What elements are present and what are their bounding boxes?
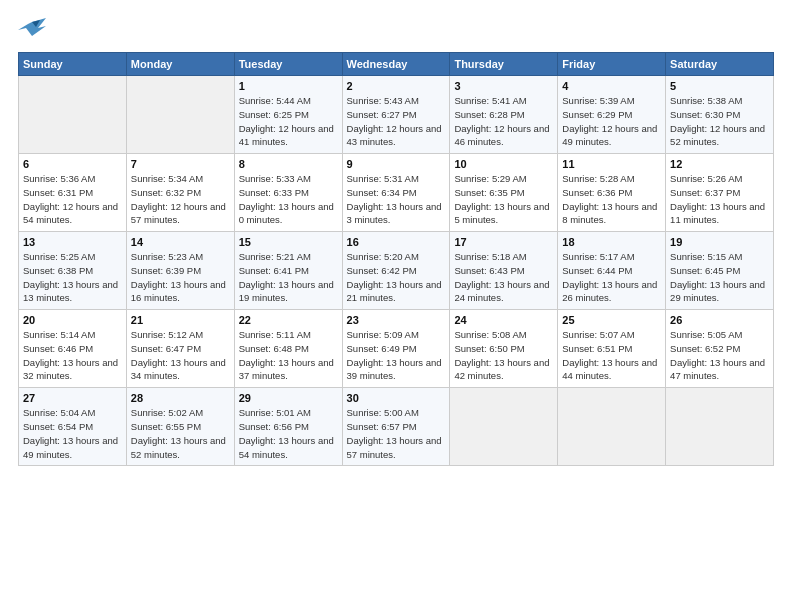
day-detail: Sunrise: 5:20 AMSunset: 6:42 PMDaylight:… <box>347 250 446 305</box>
day-number: 2 <box>347 80 446 92</box>
day-detail: Sunrise: 5:41 AMSunset: 6:28 PMDaylight:… <box>454 94 553 149</box>
day-detail: Sunrise: 5:18 AMSunset: 6:43 PMDaylight:… <box>454 250 553 305</box>
calendar-cell: 25Sunrise: 5:07 AMSunset: 6:51 PMDayligh… <box>558 310 666 388</box>
calendar-week-2: 6Sunrise: 5:36 AMSunset: 6:31 PMDaylight… <box>19 154 774 232</box>
day-detail: Sunrise: 5:38 AMSunset: 6:30 PMDaylight:… <box>670 94 769 149</box>
calendar-cell: 1Sunrise: 5:44 AMSunset: 6:25 PMDaylight… <box>234 76 342 154</box>
day-detail: Sunrise: 5:05 AMSunset: 6:52 PMDaylight:… <box>670 328 769 383</box>
day-number: 4 <box>562 80 661 92</box>
calendar-cell: 6Sunrise: 5:36 AMSunset: 6:31 PMDaylight… <box>19 154 127 232</box>
day-detail: Sunrise: 5:43 AMSunset: 6:27 PMDaylight:… <box>347 94 446 149</box>
day-detail: Sunrise: 5:28 AMSunset: 6:36 PMDaylight:… <box>562 172 661 227</box>
weekday-header-monday: Monday <box>126 53 234 76</box>
calendar-cell: 17Sunrise: 5:18 AMSunset: 6:43 PMDayligh… <box>450 232 558 310</box>
day-number: 20 <box>23 314 122 326</box>
day-number: 8 <box>239 158 338 170</box>
calendar-cell: 18Sunrise: 5:17 AMSunset: 6:44 PMDayligh… <box>558 232 666 310</box>
day-number: 14 <box>131 236 230 248</box>
day-detail: Sunrise: 5:25 AMSunset: 6:38 PMDaylight:… <box>23 250 122 305</box>
day-detail: Sunrise: 5:07 AMSunset: 6:51 PMDaylight:… <box>562 328 661 383</box>
weekday-header-saturday: Saturday <box>666 53 774 76</box>
calendar-cell: 15Sunrise: 5:21 AMSunset: 6:41 PMDayligh… <box>234 232 342 310</box>
calendar-cell <box>126 76 234 154</box>
day-number: 26 <box>670 314 769 326</box>
day-detail: Sunrise: 5:21 AMSunset: 6:41 PMDaylight:… <box>239 250 338 305</box>
calendar-cell: 4Sunrise: 5:39 AMSunset: 6:29 PMDaylight… <box>558 76 666 154</box>
calendar-cell: 13Sunrise: 5:25 AMSunset: 6:38 PMDayligh… <box>19 232 127 310</box>
day-detail: Sunrise: 5:09 AMSunset: 6:49 PMDaylight:… <box>347 328 446 383</box>
day-number: 24 <box>454 314 553 326</box>
calendar-cell: 22Sunrise: 5:11 AMSunset: 6:48 PMDayligh… <box>234 310 342 388</box>
calendar-cell: 7Sunrise: 5:34 AMSunset: 6:32 PMDaylight… <box>126 154 234 232</box>
calendar-cell: 19Sunrise: 5:15 AMSunset: 6:45 PMDayligh… <box>666 232 774 310</box>
weekday-header-thursday: Thursday <box>450 53 558 76</box>
calendar-cell: 10Sunrise: 5:29 AMSunset: 6:35 PMDayligh… <box>450 154 558 232</box>
page: SundayMondayTuesdayWednesdayThursdayFrid… <box>0 0 792 612</box>
weekday-header-wednesday: Wednesday <box>342 53 450 76</box>
calendar-cell: 24Sunrise: 5:08 AMSunset: 6:50 PMDayligh… <box>450 310 558 388</box>
day-number: 19 <box>670 236 769 248</box>
calendar-cell <box>450 388 558 466</box>
calendar-cell: 29Sunrise: 5:01 AMSunset: 6:56 PMDayligh… <box>234 388 342 466</box>
header <box>18 18 774 42</box>
day-number: 28 <box>131 392 230 404</box>
day-detail: Sunrise: 5:39 AMSunset: 6:29 PMDaylight:… <box>562 94 661 149</box>
calendar-cell: 3Sunrise: 5:41 AMSunset: 6:28 PMDaylight… <box>450 76 558 154</box>
day-detail: Sunrise: 5:15 AMSunset: 6:45 PMDaylight:… <box>670 250 769 305</box>
calendar-cell: 20Sunrise: 5:14 AMSunset: 6:46 PMDayligh… <box>19 310 127 388</box>
day-detail: Sunrise: 5:29 AMSunset: 6:35 PMDaylight:… <box>454 172 553 227</box>
calendar-week-5: 27Sunrise: 5:04 AMSunset: 6:54 PMDayligh… <box>19 388 774 466</box>
day-number: 9 <box>347 158 446 170</box>
day-number: 6 <box>23 158 122 170</box>
day-detail: Sunrise: 5:33 AMSunset: 6:33 PMDaylight:… <box>239 172 338 227</box>
day-number: 16 <box>347 236 446 248</box>
day-detail: Sunrise: 5:14 AMSunset: 6:46 PMDaylight:… <box>23 328 122 383</box>
logo-bird-icon <box>18 18 46 42</box>
day-number: 3 <box>454 80 553 92</box>
weekday-header-row: SundayMondayTuesdayWednesdayThursdayFrid… <box>19 53 774 76</box>
calendar-cell: 21Sunrise: 5:12 AMSunset: 6:47 PMDayligh… <box>126 310 234 388</box>
day-number: 18 <box>562 236 661 248</box>
calendar-cell: 28Sunrise: 5:02 AMSunset: 6:55 PMDayligh… <box>126 388 234 466</box>
calendar-cell: 16Sunrise: 5:20 AMSunset: 6:42 PMDayligh… <box>342 232 450 310</box>
calendar-week-3: 13Sunrise: 5:25 AMSunset: 6:38 PMDayligh… <box>19 232 774 310</box>
calendar-cell: 14Sunrise: 5:23 AMSunset: 6:39 PMDayligh… <box>126 232 234 310</box>
calendar-cell: 12Sunrise: 5:26 AMSunset: 6:37 PMDayligh… <box>666 154 774 232</box>
day-number: 13 <box>23 236 122 248</box>
day-number: 7 <box>131 158 230 170</box>
day-number: 23 <box>347 314 446 326</box>
day-detail: Sunrise: 5:36 AMSunset: 6:31 PMDaylight:… <box>23 172 122 227</box>
day-number: 21 <box>131 314 230 326</box>
day-detail: Sunrise: 5:04 AMSunset: 6:54 PMDaylight:… <box>23 406 122 461</box>
calendar-table: SundayMondayTuesdayWednesdayThursdayFrid… <box>18 52 774 466</box>
day-number: 29 <box>239 392 338 404</box>
weekday-header-sunday: Sunday <box>19 53 127 76</box>
day-detail: Sunrise: 5:31 AMSunset: 6:34 PMDaylight:… <box>347 172 446 227</box>
calendar-cell: 11Sunrise: 5:28 AMSunset: 6:36 PMDayligh… <box>558 154 666 232</box>
day-detail: Sunrise: 5:17 AMSunset: 6:44 PMDaylight:… <box>562 250 661 305</box>
day-detail: Sunrise: 5:26 AMSunset: 6:37 PMDaylight:… <box>670 172 769 227</box>
day-number: 10 <box>454 158 553 170</box>
day-detail: Sunrise: 5:23 AMSunset: 6:39 PMDaylight:… <box>131 250 230 305</box>
calendar-cell: 8Sunrise: 5:33 AMSunset: 6:33 PMDaylight… <box>234 154 342 232</box>
weekday-header-tuesday: Tuesday <box>234 53 342 76</box>
day-detail: Sunrise: 5:34 AMSunset: 6:32 PMDaylight:… <box>131 172 230 227</box>
calendar-cell: 26Sunrise: 5:05 AMSunset: 6:52 PMDayligh… <box>666 310 774 388</box>
day-detail: Sunrise: 5:00 AMSunset: 6:57 PMDaylight:… <box>347 406 446 461</box>
day-number: 1 <box>239 80 338 92</box>
day-detail: Sunrise: 5:08 AMSunset: 6:50 PMDaylight:… <box>454 328 553 383</box>
day-detail: Sunrise: 5:02 AMSunset: 6:55 PMDaylight:… <box>131 406 230 461</box>
day-detail: Sunrise: 5:12 AMSunset: 6:47 PMDaylight:… <box>131 328 230 383</box>
svg-marker-0 <box>18 18 46 36</box>
calendar-cell: 5Sunrise: 5:38 AMSunset: 6:30 PMDaylight… <box>666 76 774 154</box>
day-detail: Sunrise: 5:01 AMSunset: 6:56 PMDaylight:… <box>239 406 338 461</box>
calendar-cell <box>666 388 774 466</box>
calendar-cell: 23Sunrise: 5:09 AMSunset: 6:49 PMDayligh… <box>342 310 450 388</box>
calendar-cell: 9Sunrise: 5:31 AMSunset: 6:34 PMDaylight… <box>342 154 450 232</box>
calendar-cell: 30Sunrise: 5:00 AMSunset: 6:57 PMDayligh… <box>342 388 450 466</box>
day-number: 25 <box>562 314 661 326</box>
day-number: 12 <box>670 158 769 170</box>
day-number: 27 <box>23 392 122 404</box>
calendar-cell <box>558 388 666 466</box>
calendar-week-4: 20Sunrise: 5:14 AMSunset: 6:46 PMDayligh… <box>19 310 774 388</box>
